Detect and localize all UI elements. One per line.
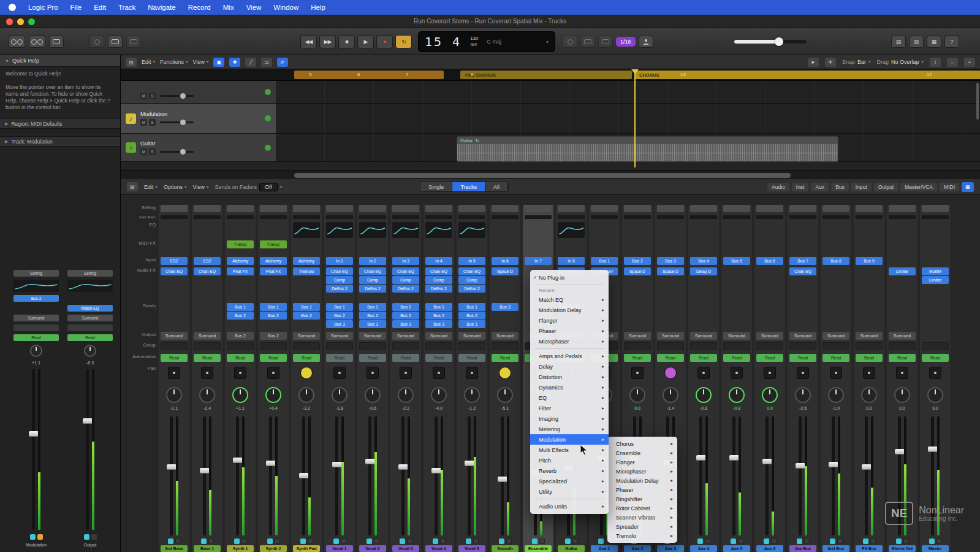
input-slot[interactable]: In 7 [525, 257, 552, 265]
automation-mode-button[interactable]: Read [67, 334, 113, 341]
minimize-button[interactable] [17, 18, 24, 25]
input-slot[interactable]: ES2 [194, 257, 221, 265]
group-slot[interactable] [822, 342, 849, 350]
audio-fx-slot[interactable]: Phat FX [227, 267, 254, 275]
plugin-menu-item[interactable]: Match EQ ▸ [530, 294, 609, 305]
toolbar-toggle-icon[interactable] [49, 36, 64, 48]
vertical-scrollbar[interactable] [976, 83, 979, 120]
output-slot[interactable]: Surround [392, 332, 419, 340]
channel-setting-button[interactable] [293, 205, 320, 212]
mixer-view-button[interactable]: Single [420, 182, 452, 191]
transport-button[interactable]: ↻ [395, 35, 412, 48]
arrangement-marker[interactable]: PRE CHORUS [460, 71, 632, 79]
output-slot[interactable]: Surround [822, 332, 849, 340]
mixer-view-button[interactable]: All [485, 182, 508, 191]
pan-knob[interactable] [828, 387, 844, 403]
surround-panner[interactable] [367, 367, 379, 379]
solo-button[interactable] [37, 534, 43, 540]
mute-button[interactable] [168, 539, 173, 544]
scrollbar-thumb[interactable] [294, 173, 791, 178]
channel-setting-button[interactable] [657, 205, 684, 212]
send-slot[interactable]: Bus 1 [359, 303, 386, 311]
input-slot[interactable]: In 6 [492, 257, 518, 265]
plugin-menu-item[interactable]: ✓ No Plug-in [530, 272, 609, 283]
solo-button[interactable] [705, 539, 710, 544]
help-icon[interactable]: ? [944, 36, 959, 48]
pan-knob[interactable] [298, 387, 314, 403]
group-slot[interactable] [856, 342, 883, 350]
input-slot[interactable]: Alchemy [227, 257, 254, 265]
pan-knob[interactable] [497, 387, 513, 403]
pan-knob[interactable] [166, 387, 182, 403]
automation-mode-button[interactable]: Read [822, 354, 849, 362]
menubar-item[interactable]: View [240, 0, 268, 15]
audio-fx-slot[interactable]: Comp [458, 276, 485, 284]
track-volume-slider[interactable] [160, 121, 194, 123]
volume-fader[interactable] [161, 415, 188, 537]
send-slot[interactable]: Bus 1 [392, 303, 419, 311]
solo-button[interactable] [506, 539, 512, 544]
fader-cap[interactable] [299, 473, 309, 478]
pencil-tool-icon[interactable]: P [277, 58, 288, 67]
track-mute-button[interactable]: M [140, 119, 147, 126]
track-name[interactable]: Guitar [140, 140, 260, 147]
mute-button[interactable] [367, 539, 372, 544]
transport-button[interactable]: ◀◀ [300, 35, 317, 48]
channel-filter-button[interactable]: Output [874, 183, 898, 191]
fader-cap[interactable] [167, 464, 177, 470]
pan-knob[interactable] [431, 387, 447, 403]
input-slot[interactable]: Bus 5 [723, 257, 750, 265]
channel-name[interactable]: Aux 5 [723, 545, 750, 552]
input-slot[interactable]: Alchemy [293, 257, 320, 265]
pointer-tool-selector[interactable]: ► [808, 58, 819, 67]
mute-button[interactable] [797, 539, 802, 544]
track-solo-button[interactable]: S [149, 93, 156, 99]
channel-name[interactable]: Aux 4 [690, 545, 717, 552]
audio-fx-slot[interactable]: Chan EQ [392, 267, 419, 275]
menubar-item[interactable]: Logic Pro [22, 0, 64, 15]
mute-button[interactable] [466, 539, 471, 544]
group-slot[interactable] [624, 342, 651, 350]
solo-button[interactable] [440, 539, 446, 544]
channel-setting-button[interactable] [591, 205, 618, 212]
eq-thumbnail[interactable] [558, 222, 585, 238]
input-slot[interactable]: Bus 1 [591, 257, 618, 265]
group-slot[interactable] [756, 342, 783, 350]
automation-mode-button[interactable]: Read [194, 354, 221, 362]
audio-fx-slot[interactable]: MultiM [922, 267, 949, 275]
channel-name[interactable]: Synth 2 [260, 545, 287, 552]
group-slot[interactable] [67, 324, 113, 331]
note-pads-icon[interactable]: ▥ [909, 36, 924, 48]
channel-setting-button[interactable] [458, 205, 485, 212]
input-slot[interactable]: In 1 [326, 257, 353, 265]
eq-thumbnail[interactable] [13, 280, 59, 292]
audio-fx-slot[interactable]: Chan EQ [161, 267, 188, 275]
surround-panner[interactable] [267, 367, 279, 379]
audio-fx-slot[interactable]: Limiter [922, 276, 949, 284]
volume-fader[interactable] [492, 415, 518, 537]
tracks-menu[interactable]: Edit▾ [142, 59, 155, 65]
automation-mode-button[interactable]: Read [789, 354, 816, 362]
eq-thumbnail[interactable] [425, 222, 452, 238]
channel-name[interactable]: Inst Bus [822, 545, 849, 552]
input-slot[interactable]: In 8 [558, 257, 585, 265]
solo-button[interactable] [208, 539, 214, 544]
solo-button[interactable] [241, 539, 247, 544]
send-slot[interactable]: Bus 3 [392, 320, 419, 328]
pan-knob[interactable] [332, 387, 348, 403]
midi-fx-slot[interactable]: Transp [260, 240, 287, 248]
volume-fader[interactable] [392, 415, 419, 537]
mute-button[interactable] [697, 539, 703, 544]
plugin-submenu-item[interactable]: Flanger ▸ [607, 458, 677, 467]
mute-button[interactable] [267, 539, 273, 544]
output-slot[interactable]: Surround [161, 332, 188, 340]
send-slot[interactable]: Bus 3 [359, 320, 386, 328]
plugin-menu-item[interactable]: Utility ▸ [530, 486, 609, 497]
library-icon[interactable] [89, 36, 104, 48]
track-name[interactable] [140, 85, 260, 91]
channel-filter-button[interactable]: Audio [767, 183, 789, 191]
horizontal-scrollbar[interactable] [121, 171, 980, 179]
solo-button[interactable] [175, 539, 181, 544]
channel-setting-button[interactable] [326, 205, 353, 212]
fader-cap[interactable] [83, 418, 93, 424]
